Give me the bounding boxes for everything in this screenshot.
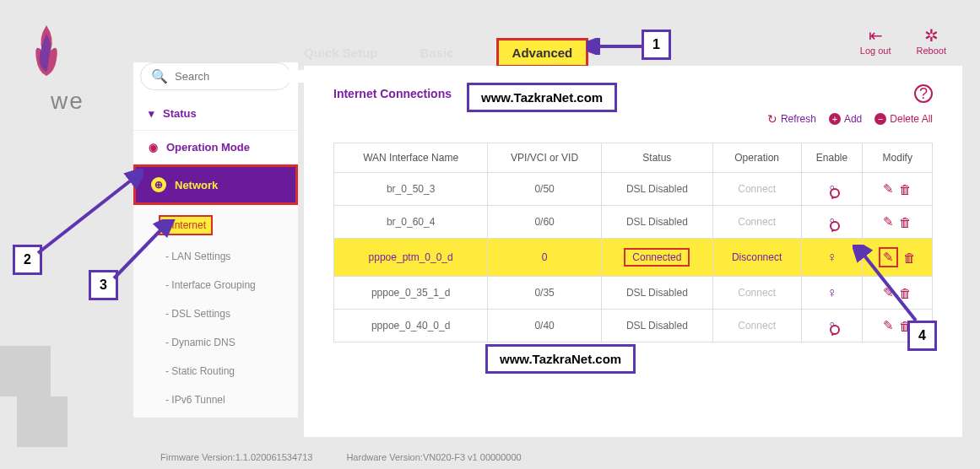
bulb-icon[interactable]: ♀ xyxy=(826,318,837,333)
edit-icon[interactable]: ✎ xyxy=(883,181,894,197)
edit-icon[interactable]: ✎ xyxy=(883,285,894,300)
plus-icon: + xyxy=(829,113,841,125)
table-row: pppoe_0_40_0_d 0/40 DSL Disabled Connect… xyxy=(334,310,933,342)
sidebar-item-operation-mode[interactable]: ◉ Operation Mode xyxy=(133,131,298,164)
trash-icon[interactable]: 🗑 xyxy=(899,182,912,197)
th-status: Status xyxy=(601,143,712,173)
tab-advanced[interactable]: Advanced xyxy=(496,38,589,67)
trash-icon[interactable]: 🗑 xyxy=(899,215,912,229)
cell-modify: ✎🗑 xyxy=(863,277,933,310)
search-box[interactable]: 🔍 xyxy=(140,62,291,90)
annotation-4: 4 xyxy=(907,321,937,351)
cell-operation[interactable]: Connect xyxy=(712,173,801,206)
th-operation: Operation xyxy=(712,143,801,173)
footer: Firmware Version:1.1.020061534713 Hardwa… xyxy=(160,452,522,462)
table-row: br_0_60_4 0/60 DSL Disabled Connect ♀ ✎🗑 xyxy=(334,206,933,239)
cell-name: br_0_50_3 xyxy=(334,173,488,206)
cell-enable: ♀ xyxy=(801,239,863,277)
th-name: WAN Interface Name xyxy=(334,143,488,173)
sidebar-sub-dsl[interactable]: - DSL Settings xyxy=(133,299,298,328)
sidebar-sub-internet-wrap: - Internet xyxy=(133,208,298,242)
bulb-icon[interactable]: ♀ xyxy=(826,285,837,300)
refresh-icon: ↻ xyxy=(767,112,777,126)
cell-operation[interactable]: Connect xyxy=(712,310,801,342)
sidebar: 🔍 ▾ Status ◉ Operation Mode ⊕ Network - … xyxy=(133,62,298,418)
cell-operation[interactable]: Connect xyxy=(712,206,801,239)
search-input[interactable] xyxy=(175,70,317,83)
cell-name: pppoe_0_40_0_d xyxy=(334,310,488,342)
sidebar-sub-ipv6[interactable]: - IPv6 Tunnel xyxy=(133,385,298,414)
target-icon: ◉ xyxy=(149,141,158,154)
deco-square xyxy=(17,396,68,447)
delete-all-button[interactable]: −Delete All xyxy=(874,112,933,126)
cell-status: DSL Disabled xyxy=(601,173,712,206)
trash-icon[interactable]: 🗑 xyxy=(903,251,916,265)
logo-text: we xyxy=(30,88,106,115)
brand-logo: we xyxy=(30,21,106,115)
logout-label: Log out xyxy=(860,46,891,56)
cell-vpi: 0/60 xyxy=(488,206,602,239)
status-connected: Connected xyxy=(624,248,690,267)
help-icon[interactable]: ? xyxy=(914,84,933,103)
refresh-button[interactable]: ↻Refresh xyxy=(767,112,816,126)
sidebar-sub-lan[interactable]: - LAN Settings xyxy=(133,242,298,271)
table-header-row: WAN Interface Name VPI/VCI or VID Status… xyxy=(334,143,933,173)
arrow-2 xyxy=(34,169,143,261)
panel-actions: ↻Refresh +Add −Delete All xyxy=(767,112,933,126)
annotation-1: 1 xyxy=(642,30,671,60)
minus-icon: − xyxy=(874,113,886,125)
cell-operation[interactable]: Connect xyxy=(712,277,801,310)
sidebar-sub-grouping[interactable]: - Interface Grouping xyxy=(133,271,298,299)
flame-icon xyxy=(30,21,63,80)
annotation-3: 3 xyxy=(89,270,118,300)
cell-status: Connected xyxy=(601,239,712,277)
cell-vpi: 0/40 xyxy=(488,310,602,342)
sidebar-item-status[interactable]: ▾ Status xyxy=(133,97,298,131)
reboot-button[interactable]: ✲ Reboot xyxy=(917,25,946,56)
watermark-1: www.TazkraNet.com xyxy=(467,83,617,112)
cell-status: DSL Disabled xyxy=(601,206,712,239)
arrow-1 xyxy=(587,38,646,55)
hardware-version: Hardware Version:VN020-F3 v1 00000000 xyxy=(346,452,521,462)
delete-all-label: Delete All xyxy=(890,113,933,125)
cell-modify: ✎🗑 xyxy=(863,173,933,206)
cell-enable: ♀ xyxy=(801,173,863,206)
trash-icon[interactable]: 🗑 xyxy=(899,286,912,300)
th-modify: Modify xyxy=(863,143,933,173)
sidebar-label-network: Network xyxy=(175,179,218,191)
add-button[interactable]: +Add xyxy=(829,112,862,126)
cell-status: DSL Disabled xyxy=(601,277,712,310)
sidebar-item-network[interactable]: ⊕ Network xyxy=(133,164,298,205)
reboot-label: Reboot xyxy=(917,46,946,56)
tab-quick-setup[interactable]: Quick Setup xyxy=(304,46,378,60)
top-tabs: Quick Setup Basic Advanced xyxy=(304,38,588,67)
edit-icon[interactable]: ✎ xyxy=(883,318,894,333)
panel-title: Internet Connections xyxy=(333,87,933,100)
reboot-icon: ✲ xyxy=(917,25,946,46)
table-row: pppoe_0_35_1_d 0/35 DSL Disabled Connect… xyxy=(334,277,933,310)
sidebar-sub-routing[interactable]: - Static Routing xyxy=(133,357,298,385)
deco-square xyxy=(0,346,51,396)
tab-basic[interactable]: Basic xyxy=(420,46,454,60)
annotation-2: 2 xyxy=(13,245,42,275)
logout-icon: ⇤ xyxy=(860,25,891,46)
cell-vpi: 0/50 xyxy=(488,173,602,206)
logout-button[interactable]: ⇤ Log out xyxy=(860,25,891,56)
bulb-icon[interactable]: ♀ xyxy=(826,181,837,197)
sidebar-label-status: Status xyxy=(163,107,197,120)
sidebar-sub-ddns[interactable]: - Dynamic DNS xyxy=(133,328,298,357)
cell-enable: ♀ xyxy=(801,277,863,310)
bulb-icon[interactable]: ♀ xyxy=(826,214,837,229)
bulb-icon[interactable]: ♀ xyxy=(826,250,837,265)
cell-name: pppoe_0_35_1_d xyxy=(334,277,488,310)
globe-icon: ⊕ xyxy=(151,177,166,192)
cell-vpi: 0 xyxy=(488,239,602,277)
table-row: pppoe_ptm_0_0_d 0 Connected Disconnect ♀… xyxy=(334,239,933,277)
sidebar-subitems: - Internet - LAN Settings - Interface Gr… xyxy=(133,205,298,418)
edit-icon[interactable]: ✎ xyxy=(879,247,898,267)
edit-icon[interactable]: ✎ xyxy=(883,214,894,229)
refresh-label: Refresh xyxy=(781,113,816,125)
sidebar-sub-internet[interactable]: - Internet xyxy=(159,215,213,235)
cell-modify: ✎🗑 xyxy=(863,239,933,277)
cell-operation[interactable]: Disconnect xyxy=(712,239,801,277)
